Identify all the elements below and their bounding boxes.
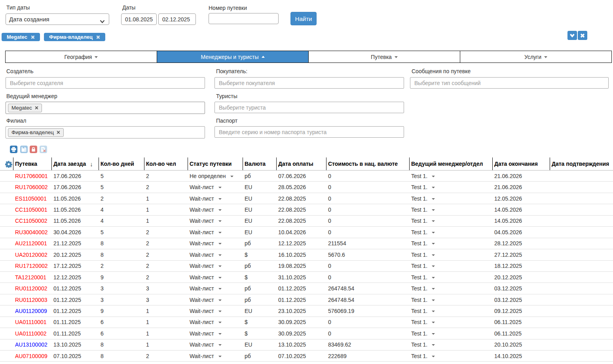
tab[interactable]: География [5,51,157,63]
manager-cell[interactable]: Test 1. [411,305,435,316]
dropdown-arrow-icon[interactable] [218,187,222,188]
voucher-link[interactable]: AU13100002 [15,339,47,350]
tab[interactable]: Услуги [460,51,612,63]
status-cell[interactable]: Wait-лист [190,272,222,282]
dropdown-arrow-icon[interactable] [432,333,435,335]
column-header-currency[interactable]: Валюта [243,157,276,170]
date-to-input[interactable] [158,13,196,25]
voucher-link[interactable]: RU01120003 [15,294,47,305]
date-type-select[interactable]: Дата создания [6,13,109,25]
manager-cell[interactable]: Test 1. [411,294,435,305]
manager-cell[interactable]: Test 1. [411,283,435,294]
status-cell[interactable]: Wait-лист [190,204,222,215]
voucher-link[interactable]: RU17120002 [15,261,48,271]
tourists-input[interactable] [214,102,404,113]
manager-cell[interactable]: Test 1. [411,193,435,204]
manager-cell[interactable]: Test 1. [411,317,435,328]
status-cell[interactable]: Не определен [190,171,233,181]
print-button[interactable] [10,146,17,153]
dropdown-arrow-icon[interactable] [432,344,435,346]
filter-chip-megatec[interactable]: Megatec [2,33,40,41]
manager-cell[interactable]: Test 1. [411,238,435,249]
status-cell[interactable]: Wait-лист [190,351,222,361]
lead-manager-input[interactable]: Megatec [6,102,205,114]
voucher-link[interactable]: AU21120001 [15,238,47,249]
manager-cell[interactable]: Test 1. [411,171,435,181]
creator-input[interactable] [6,77,205,89]
dropdown-arrow-icon[interactable] [218,265,222,267]
remove-icon[interactable] [31,35,35,39]
save-export-button[interactable] [20,146,28,153]
manager-cell[interactable]: Test 1. [411,204,435,215]
dropdown-arrow-icon[interactable] [218,300,222,301]
manager-cell[interactable]: Test 1. [411,216,435,226]
buyer-input[interactable] [214,77,404,89]
dropdown-arrow-icon[interactable] [432,176,435,177]
manager-cell[interactable]: Test 1. [411,227,435,237]
status-cell[interactable]: Wait-лист [190,339,222,350]
dropdown-arrow-icon[interactable] [432,265,435,267]
remove-icon[interactable] [57,131,60,134]
search-button[interactable]: Найти [290,12,317,25]
export-cancel-button[interactable] [40,146,47,153]
dropdown-arrow-icon[interactable] [218,288,222,290]
status-cell[interactable]: Wait-лист [190,328,222,339]
voucher-link[interactable]: RU17060001 [15,171,48,181]
status-cell[interactable]: Wait-лист [190,182,222,192]
dropdown-arrow-icon[interactable] [218,232,222,233]
dropdown-arrow-icon[interactable] [218,311,222,312]
remove-icon[interactable] [96,35,100,39]
manager-cell[interactable]: Test 1. [411,249,435,260]
status-cell[interactable]: Wait-лист [190,193,222,204]
column-header-cost[interactable]: Стоимость в нац. валюте [326,157,409,170]
status-cell[interactable]: Wait-лист [190,227,222,237]
manager-cell[interactable]: Test 1. [411,272,435,282]
status-cell[interactable]: Wait-лист [190,283,222,294]
date-from-input[interactable] [121,13,157,25]
dropdown-arrow-icon[interactable] [218,356,222,357]
branch-input[interactable]: Фирма-владелец [6,126,205,138]
column-header-people[interactable]: Кол-во чел [144,157,188,170]
status-cell[interactable]: Wait-лист [190,216,222,226]
voucher-link[interactable]: AU01120009 [15,305,47,316]
column-header-status[interactable]: Статус путевки [188,157,243,170]
voucher-link[interactable]: CC11050001 [15,204,47,215]
voucher-number-input[interactable] [209,13,279,24]
dropdown-arrow-icon[interactable] [218,277,222,279]
voucher-link[interactable]: RU30040002 [15,227,48,237]
dropdown-arrow-icon[interactable] [218,209,222,211]
dropdown-arrow-icon[interactable] [432,300,435,301]
dropdown-arrow-icon[interactable] [432,322,435,323]
status-cell[interactable]: Wait-лист [190,317,222,328]
status-cell[interactable]: Wait-лист [190,261,222,271]
dropdown-arrow-icon[interactable] [432,243,435,245]
messages-input[interactable] [410,77,609,89]
column-header-days[interactable]: Кол-во дней [99,157,144,170]
dropdown-arrow-icon[interactable] [432,311,435,312]
manager-cell[interactable]: Test 1. [411,328,435,339]
passport-input[interactable] [214,126,404,138]
dropdown-arrow-icon[interactable] [218,254,222,256]
column-header-payment-date[interactable]: Дата оплаты [276,157,326,170]
tab[interactable]: Путевка [308,51,460,63]
dropdown-arrow-icon[interactable] [218,322,222,323]
dropdown-arrow-icon[interactable] [432,254,435,256]
voucher-link[interactable]: RU17060002 [15,182,48,192]
dropdown-arrow-icon[interactable] [432,220,435,222]
dropdown-arrow-icon[interactable] [432,288,435,290]
dropdown-arrow-icon[interactable] [218,243,222,245]
remove-icon[interactable] [35,106,38,110]
manager-cell[interactable]: Test 1. [411,351,435,361]
voucher-link[interactable]: UA01110001 [15,317,47,328]
lead-manager-chip[interactable]: Megatec [8,104,42,112]
branch-chip[interactable]: Фирма-владелец [8,128,64,137]
dropdown-arrow-icon[interactable] [218,220,222,222]
dropdown-arrow-icon[interactable] [218,198,222,200]
tab[interactable]: Менеджеры и туристы [157,51,309,63]
collapse-panel-button[interactable] [567,31,577,40]
dropdown-arrow-icon[interactable] [432,209,435,211]
voucher-link[interactable]: ES11050001 [15,193,47,204]
voucher-link[interactable]: UA01110002 [15,328,47,339]
column-header-arrival-date[interactable]: Дата заезда ↓ [51,157,99,170]
column-header-voucher[interactable]: Путевка [13,157,51,170]
